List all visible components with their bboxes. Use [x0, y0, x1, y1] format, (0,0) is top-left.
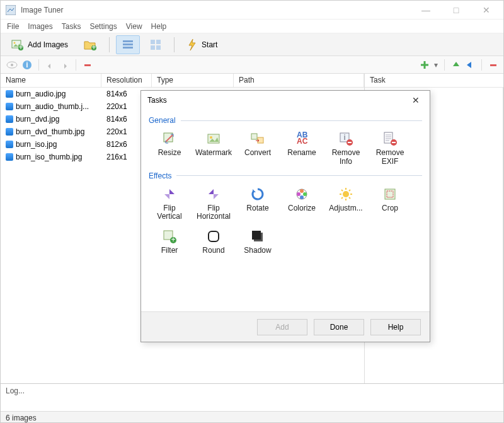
remove-icon[interactable]: [83, 60, 93, 70]
convert-icon: [250, 131, 265, 146]
colorize-label: Colorize: [288, 204, 316, 213]
statusbar: 6 images: [1, 411, 503, 423]
info-icon[interactable]: i: [22, 60, 32, 70]
effect-flip-horizontal[interactable]: FlipHorizontal: [193, 184, 234, 224]
task-watermark[interactable]: Watermark: [193, 129, 234, 169]
effect-crop[interactable]: Crop: [369, 184, 411, 224]
add-button[interactable]: Add: [257, 319, 307, 335]
svg-point-39: [343, 191, 349, 197]
group-general-label: General: [149, 116, 176, 125]
rotate-left-icon[interactable]: [45, 60, 55, 70]
maximize-button[interactable]: □: [447, 5, 466, 15]
svg-text:i: i: [26, 61, 28, 69]
delete-task-icon[interactable]: [488, 60, 498, 70]
main-toolbar: + Add Images + Start: [1, 33, 503, 56]
help-button[interactable]: Help: [370, 319, 421, 335]
svg-rect-18: [84, 64, 91, 66]
view-list-button[interactable]: [116, 35, 140, 54]
adjustm-label: Adjustm...: [329, 204, 362, 213]
group-effects-label: Effects: [149, 171, 171, 180]
svg-rect-8: [123, 43, 133, 45]
close-button[interactable]: ✕: [477, 5, 496, 15]
round-icon: [206, 229, 221, 244]
col-path[interactable]: Path: [234, 74, 364, 87]
menu-file[interactable]: File: [7, 22, 19, 31]
menu-help[interactable]: Help: [151, 22, 167, 31]
effect-colorize[interactable]: Colorize: [281, 184, 323, 224]
remove-info-label: RemoveInfo: [332, 149, 360, 166]
view-thumbs-button[interactable]: [144, 35, 168, 54]
separator: [38, 59, 39, 71]
log-panel: Log...: [1, 383, 503, 411]
svg-line-46: [341, 197, 343, 199]
folder-plus-icon: +: [83, 38, 97, 51]
tasks-dialog: Tasks ✕ General ResizeWatermarkConvertAB…: [140, 90, 430, 342]
svg-rect-30: [348, 142, 352, 143]
move-down-icon[interactable]: [465, 60, 475, 70]
dialog-close-button[interactable]: ✕: [408, 94, 423, 107]
effect-filter[interactable]: +Filter: [149, 226, 190, 258]
shadow-label: Shadow: [244, 246, 271, 255]
move-up-icon[interactable]: [451, 60, 461, 70]
svg-point-2: [14, 42, 16, 43]
round-label: Round: [202, 246, 224, 255]
eye-icon[interactable]: [6, 60, 18, 70]
dropdown-icon[interactable]: ▾: [434, 61, 438, 69]
separator: [109, 37, 110, 52]
list-icon: [122, 38, 134, 51]
separator: [76, 59, 76, 71]
svg-rect-13: [156, 45, 161, 50]
col-task[interactable]: Task: [365, 74, 503, 87]
menu-tasks[interactable]: Tasks: [62, 22, 81, 31]
task-remove-info[interactable]: iRemoveInfo: [325, 129, 367, 169]
dialog-body: General ResizeWatermarkConvertABACRename…: [141, 110, 430, 311]
separator: [481, 59, 482, 71]
app-icon: [6, 5, 16, 15]
effect-rotate[interactable]: Rotate: [237, 184, 278, 224]
svg-point-35: [300, 189, 304, 193]
done-button[interactable]: Done: [314, 319, 364, 335]
svg-text:+: +: [171, 235, 175, 244]
dialog-title: Tasks: [147, 96, 408, 105]
status-text: 6 images: [6, 414, 37, 422]
menu-images[interactable]: Images: [28, 22, 52, 31]
filter-icon: +: [162, 229, 177, 244]
effect-round[interactable]: Round: [193, 226, 234, 258]
minimize-button[interactable]: —: [416, 5, 435, 15]
rotate-label: Rotate: [246, 204, 268, 213]
task-convert[interactable]: Convert: [237, 129, 278, 169]
task-remove-exif[interactable]: RemoveEXIF: [369, 129, 411, 169]
menu-view[interactable]: View: [126, 22, 142, 31]
add-images-button[interactable]: + Add Images: [6, 35, 74, 54]
col-name[interactable]: Name: [1, 74, 101, 87]
convert-label: Convert: [244, 149, 271, 158]
image-file-icon: [6, 153, 13, 161]
watermark-icon: [206, 131, 221, 146]
log-text: Log...: [6, 386, 25, 395]
svg-rect-7: [123, 40, 133, 42]
svg-rect-23: [251, 134, 257, 139]
crop-label: Crop: [382, 204, 398, 213]
add-task-icon[interactable]: [419, 60, 430, 70]
add-folder-button[interactable]: +: [77, 35, 103, 54]
rotate-right-icon[interactable]: [59, 60, 69, 70]
menu-settings[interactable]: Settings: [89, 22, 117, 31]
task-rename[interactable]: ABACRename: [281, 129, 323, 169]
svg-rect-9: [123, 47, 133, 49]
start-button[interactable]: Start: [181, 35, 223, 54]
effect-adjustm[interactable]: Adjustm...: [325, 184, 367, 224]
col-resolution[interactable]: Resolution: [101, 74, 152, 87]
titlebar: Image Tuner — □ ✕: [1, 1, 503, 20]
crop-icon: [382, 187, 398, 202]
rename-label: Rename: [287, 149, 316, 158]
lightning-icon: [186, 38, 198, 51]
filter-label: Filter: [161, 246, 178, 255]
effects-items: FlipVerticalFlipHorizontalRotateColorize…: [149, 184, 422, 258]
effect-flip-vertical[interactable]: FlipVertical: [149, 184, 190, 224]
task-resize[interactable]: Resize: [149, 129, 190, 169]
file-name: burn_audio_thumb.j...: [16, 102, 89, 111]
col-type[interactable]: Type: [152, 74, 234, 87]
effect-shadow[interactable]: Shadow: [237, 226, 278, 258]
group-general: General: [149, 116, 422, 125]
file-name: burn_iso.jpg: [16, 140, 57, 149]
